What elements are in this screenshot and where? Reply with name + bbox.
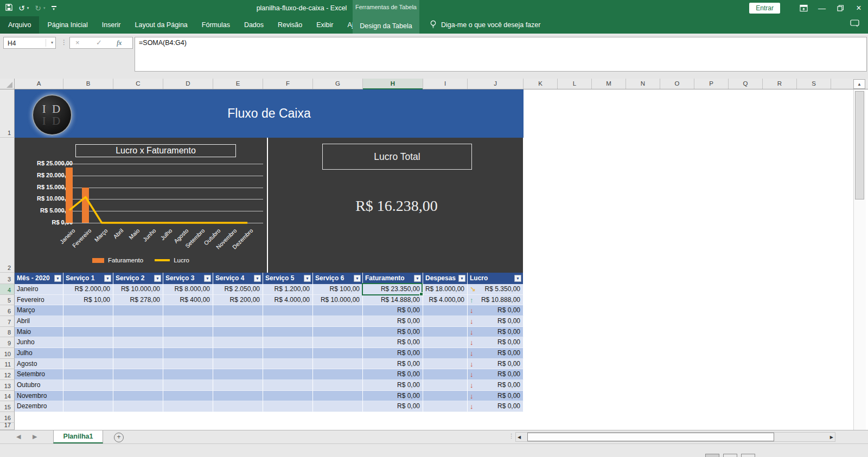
cell-F6[interactable] bbox=[263, 305, 313, 316]
cell-C7[interactable] bbox=[113, 316, 163, 327]
view-page-layout-button[interactable] bbox=[723, 454, 737, 457]
cell-I12[interactable] bbox=[423, 369, 468, 380]
cell-I5[interactable]: R$ 4.000,00 bbox=[423, 295, 468, 306]
cancel-icon[interactable]: × bbox=[75, 37, 80, 48]
cell-C11[interactable] bbox=[113, 359, 163, 370]
row-header-12[interactable]: 12 bbox=[0, 369, 15, 380]
cell-C15[interactable] bbox=[113, 401, 163, 412]
cell-D11[interactable] bbox=[163, 359, 213, 370]
cell-A10[interactable]: Julho bbox=[15, 348, 63, 359]
cell-G13[interactable] bbox=[313, 380, 363, 391]
cell-A13[interactable]: Outubro bbox=[15, 380, 63, 391]
cell-F15[interactable] bbox=[263, 401, 313, 412]
undo-dropdown-icon[interactable]: ▾ bbox=[27, 6, 29, 10]
cell-C5[interactable]: R$ 278,00 bbox=[113, 295, 163, 306]
cell-E13[interactable] bbox=[213, 380, 263, 391]
column-header-H[interactable]: H bbox=[363, 79, 423, 89]
tab-design-da-tabela[interactable]: Design da Tabela bbox=[353, 22, 419, 30]
filter-button-C[interactable]: ▼ bbox=[154, 275, 161, 282]
cell-F14[interactable] bbox=[263, 391, 313, 402]
cell-C9[interactable] bbox=[113, 337, 163, 348]
cell-D15[interactable] bbox=[163, 401, 213, 412]
formula-input[interactable]: =SOMA(B4:G4) bbox=[135, 37, 867, 72]
cell-H10[interactable]: R$ 0,00 bbox=[363, 348, 423, 359]
column-header-Q[interactable]: Q bbox=[729, 79, 763, 89]
cell-A14[interactable]: Novembro bbox=[15, 391, 63, 402]
cell-E11[interactable] bbox=[213, 359, 263, 370]
tell-me-box[interactable]: Diga-me o que você deseja fazer bbox=[430, 16, 540, 34]
cell-E7[interactable] bbox=[213, 316, 263, 327]
cell-E5[interactable]: R$ 200,00 bbox=[213, 295, 263, 306]
sign-in-button[interactable]: Entrar bbox=[749, 3, 780, 14]
minimize-button[interactable]: — bbox=[813, 0, 831, 16]
cell-D12[interactable] bbox=[163, 369, 213, 380]
column-header-B[interactable]: B bbox=[63, 79, 113, 89]
vertical-scrollbar-thumb[interactable] bbox=[855, 91, 864, 199]
cell-C10[interactable] bbox=[113, 348, 163, 359]
cell-J13[interactable]: R$ 0,00↓ bbox=[468, 380, 524, 391]
cell-G12[interactable] bbox=[313, 369, 363, 380]
filter-button-I[interactable]: ▼ bbox=[458, 275, 465, 282]
cell-B13[interactable] bbox=[63, 380, 113, 391]
cell-H11[interactable]: R$ 0,00 bbox=[363, 359, 423, 370]
cell-E6[interactable] bbox=[213, 305, 263, 316]
cell-C8[interactable] bbox=[113, 327, 163, 338]
cell-A5[interactable]: Fevereiro bbox=[15, 295, 63, 306]
cell-H6[interactable]: R$ 0,00 bbox=[363, 305, 423, 316]
cell-J12[interactable]: R$ 0,00↓ bbox=[468, 369, 524, 380]
cell-J14[interactable]: R$ 0,00↓ bbox=[468, 391, 524, 402]
cell-D10[interactable] bbox=[163, 348, 213, 359]
scroll-up-icon[interactable]: ▲ bbox=[853, 79, 865, 89]
column-header-O[interactable]: O bbox=[660, 79, 694, 89]
name-box[interactable]: H4 ▾ bbox=[3, 37, 56, 49]
row-header-2[interactable]: 2 bbox=[0, 138, 15, 273]
cell-E9[interactable] bbox=[213, 337, 263, 348]
row-header-9[interactable]: 9 bbox=[0, 337, 15, 348]
cell-G8[interactable] bbox=[313, 327, 363, 338]
row-header-17[interactable]: 17 bbox=[0, 423, 15, 430]
scroll-right-icon[interactable]: ▶ bbox=[830, 435, 833, 440]
cell-F4[interactable]: R$ 1.200,00 bbox=[263, 284, 313, 295]
row-header-13[interactable]: 13 bbox=[0, 380, 15, 391]
cell-C13[interactable] bbox=[113, 380, 163, 391]
cell-F11[interactable] bbox=[263, 359, 313, 370]
cell-H5[interactable]: R$ 14.888,00 bbox=[363, 295, 423, 306]
redo-dropdown-icon[interactable]: ▾ bbox=[43, 6, 46, 10]
cell-A15[interactable]: Dezembro bbox=[15, 401, 63, 412]
tab-revisão[interactable]: Revisão bbox=[271, 16, 309, 34]
cell-C12[interactable] bbox=[113, 369, 163, 380]
sheet-nav-right-icon[interactable]: ▶ bbox=[33, 433, 37, 440]
filter-button-B[interactable]: ▼ bbox=[104, 275, 111, 282]
cell-H4[interactable]: R$ 23.350,00 bbox=[363, 284, 423, 295]
cell-G15[interactable] bbox=[313, 401, 363, 412]
tab-layout-da-página[interactable]: Layout da Página bbox=[127, 16, 194, 34]
cell-I10[interactable] bbox=[423, 348, 468, 359]
row-header-16[interactable]: 16 bbox=[0, 412, 15, 423]
column-header-E[interactable]: E bbox=[213, 79, 263, 89]
row-header-7[interactable]: 7 bbox=[0, 316, 15, 327]
filter-button-E[interactable]: ▼ bbox=[254, 275, 261, 282]
cell-J15[interactable]: R$ 0,00↓ bbox=[468, 401, 524, 412]
column-header-C[interactable]: C bbox=[113, 79, 163, 89]
cell-B10[interactable] bbox=[63, 348, 113, 359]
cell-D8[interactable] bbox=[163, 327, 213, 338]
cell-J4[interactable]: R$ 5.350,00↘ bbox=[468, 284, 524, 295]
cell-I15[interactable] bbox=[423, 401, 468, 412]
cell-D6[interactable] bbox=[163, 305, 213, 316]
cell-E15[interactable] bbox=[213, 401, 263, 412]
column-header-K[interactable]: K bbox=[524, 79, 558, 89]
column-header-P[interactable]: P bbox=[694, 79, 729, 89]
cell-D13[interactable] bbox=[163, 380, 213, 391]
cell-B11[interactable] bbox=[63, 359, 113, 370]
cell-G7[interactable] bbox=[313, 316, 363, 327]
restore-button[interactable] bbox=[831, 0, 850, 16]
column-header-G[interactable]: G bbox=[313, 79, 363, 89]
cell-E12[interactable] bbox=[213, 369, 263, 380]
column-header-R[interactable]: R bbox=[763, 79, 797, 89]
cell-F8[interactable] bbox=[263, 327, 313, 338]
row-header-11[interactable]: 11 bbox=[0, 359, 15, 370]
cell-C6[interactable] bbox=[113, 305, 163, 316]
tab-página-inicial[interactable]: Página Inicial bbox=[40, 16, 94, 34]
row-header-3[interactable]: 3 bbox=[0, 273, 15, 284]
tab-bar-splitter[interactable]: ⋮ bbox=[508, 433, 514, 440]
